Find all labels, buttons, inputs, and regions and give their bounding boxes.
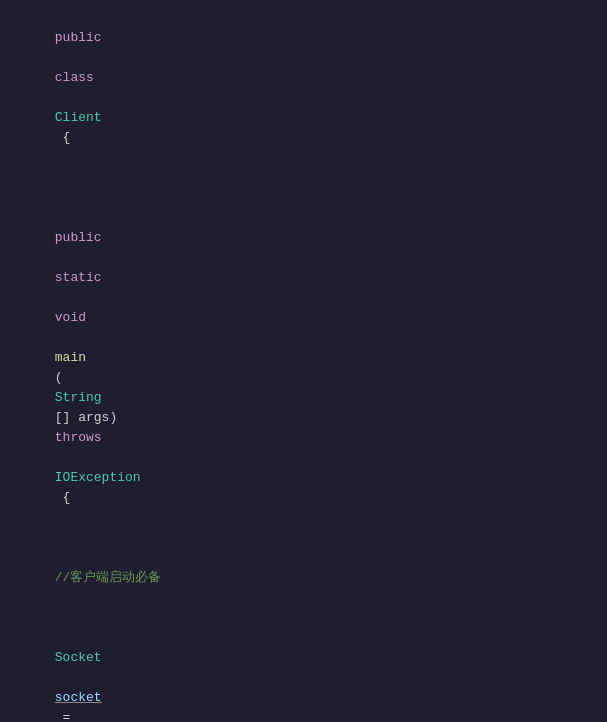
code-line-2	[0, 168, 607, 188]
keyword-public: public	[55, 30, 102, 45]
keyword-class: class	[55, 70, 94, 85]
code-line-3: public static void main ( String [] args…	[0, 188, 607, 528]
code-line-5: Socket socket = null ;	[0, 608, 607, 722]
code-line-4: //客户端启动必备	[0, 528, 607, 608]
code-line-1: public class Client {	[0, 8, 607, 168]
class-name: Client	[55, 110, 102, 125]
code-editor: public class Client { public static void…	[0, 0, 607, 722]
